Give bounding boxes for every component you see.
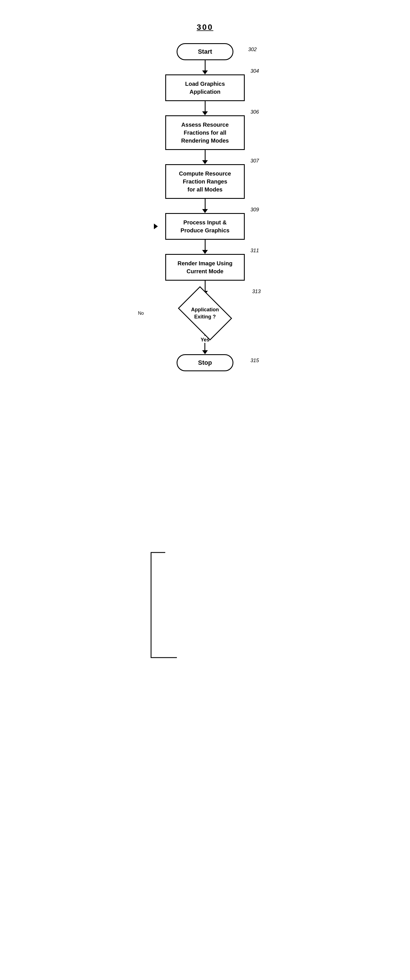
- arrow-process-to-render: [202, 240, 208, 254]
- process-ref-label: 309: [250, 207, 259, 213]
- start-ref-wrap: 302 Start: [134, 43, 276, 60]
- arrow-start-to-load: [202, 60, 208, 75]
- render-ref-label: 311: [250, 248, 259, 254]
- arrow-compute-to-process: [202, 199, 208, 213]
- load-node: Load GraphicsApplication: [165, 75, 245, 101]
- arrow-assess-to-compute: [202, 150, 208, 164]
- assess-node: Assess ResourceFractions for allRenderin…: [165, 115, 245, 150]
- compute-node: Compute ResourceFraction Rangesfor all M…: [165, 164, 245, 199]
- stop-node: Stop: [176, 354, 234, 371]
- process-node: Process Input &Produce Graphics: [165, 213, 245, 240]
- decision-node: ApplicationExiting ?: [176, 295, 234, 332]
- start-node: Start: [176, 43, 234, 60]
- load-ref-wrap: 304 Load GraphicsApplication: [134, 75, 276, 101]
- loop-arrow-in: [154, 224, 158, 229]
- load-ref-label: 304: [250, 68, 259, 74]
- stop-ref-label: 315: [250, 358, 259, 364]
- arrow-load-to-assess: [202, 101, 208, 115]
- assess-ref-wrap: 306 Assess ResourceFractions for allRend…: [134, 115, 276, 150]
- assess-ref-label: 306: [250, 109, 259, 115]
- loop-back-path: [151, 552, 177, 658]
- compute-ref-wrap: 307 Compute ResourceFraction Rangesfor a…: [134, 164, 276, 199]
- stop-ref-wrap: 315 Stop: [134, 354, 276, 371]
- render-ref-wrap: 311 Render Image UsingCurrent Mode: [134, 254, 276, 281]
- compute-ref-label: 307: [250, 158, 259, 164]
- decision-ref-label: 313: [252, 289, 261, 294]
- flowchart-container: 300 302 Start 304 Load GraphicsApplicati…: [134, 11, 276, 371]
- decision-ref-wrap: 313 ApplicationExiting ? No: [134, 295, 276, 332]
- render-node: Render Image UsingCurrent Mode: [165, 254, 245, 281]
- no-label: No: [138, 311, 144, 316]
- diagram-title: 300: [197, 23, 213, 32]
- process-ref-wrap: 309 Process Input &Produce Graphics: [134, 213, 276, 240]
- start-ref-label: 302: [248, 46, 257, 52]
